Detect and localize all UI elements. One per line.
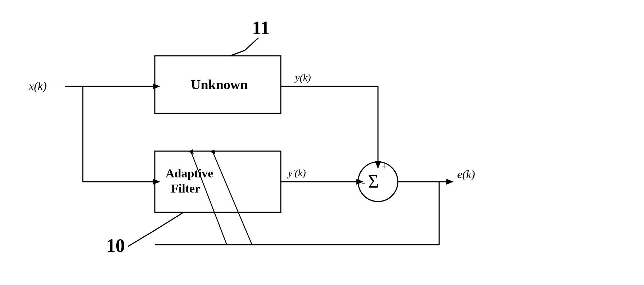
arrow-sum-to-output [446, 179, 454, 185]
plus-sign: + [382, 161, 387, 171]
svg-line-9 [245, 38, 258, 50]
diagram-container: x(k) Unknown Adaptive Filter y(k) y'(k) [0, 0, 644, 285]
adaptive-filter-label-1: Adaptive [166, 167, 213, 180]
svg-line-11 [128, 230, 155, 246]
svg-line-12 [155, 212, 184, 230]
adaptive-filter-label-2: Filter [171, 182, 200, 195]
ref-10: 10 [106, 235, 125, 256]
unknown-label: Unknown [191, 77, 248, 92]
sigma-symbol: Σ [368, 171, 379, 192]
svg-line-10 [230, 50, 245, 56]
ek-label: e(k) [457, 168, 475, 181]
minus-sign: - [362, 176, 365, 187]
ref-11: 11 [252, 18, 270, 38]
yk-label: y(k) [294, 72, 311, 83]
input-label: x(k) [28, 80, 47, 92]
yprimek-label: y'(k) [287, 167, 306, 178]
